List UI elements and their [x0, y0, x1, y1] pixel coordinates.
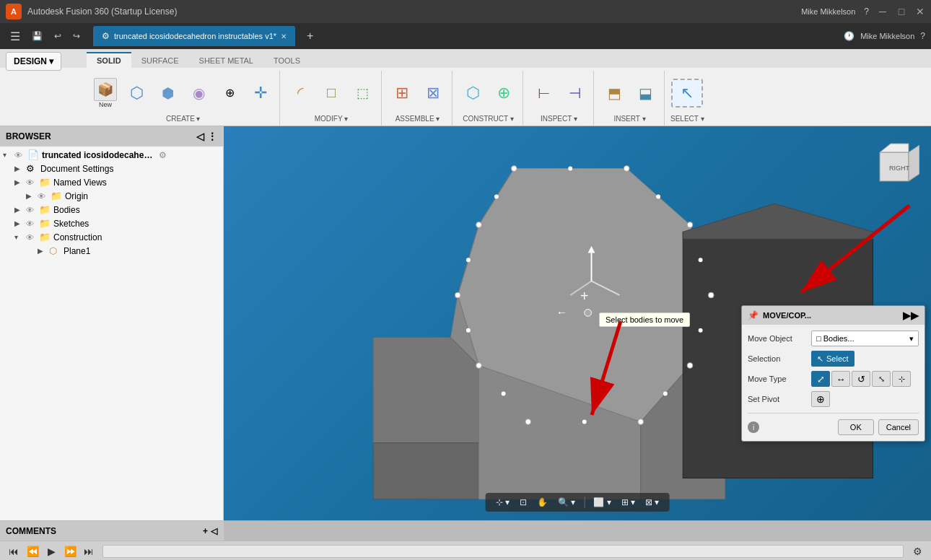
plane1-expand-icon[interactable]: ▶: [38, 247, 48, 255]
viewport-pan-btn[interactable]: ✋: [533, 496, 552, 509]
undo-btn[interactable]: ↩: [50, 28, 66, 44]
revolve-btn[interactable]: ◉: [184, 80, 213, 106]
tree-named-views[interactable]: ▶ 👁 📁 Named Views: [0, 175, 223, 189]
doc-expand-icon[interactable]: ▶: [14, 165, 25, 172]
tree-root[interactable]: ▾ 👁 📄 truncated icosidodecahedro... ⚙: [0, 148, 223, 162]
select-button[interactable]: ↖ Select: [811, 351, 854, 367]
viewport[interactable]: + ← Select bodies to move: [224, 126, 931, 520]
comments-expand-icon[interactable]: ◁: [211, 526, 217, 536]
tree-doc-settings[interactable]: ▶ ⚙ Document Settings: [0, 162, 223, 175]
viewport-zoom-btn[interactable]: 🔍 ▾: [554, 496, 580, 509]
viewport-grid2-btn[interactable]: ⊞ ▾: [617, 496, 639, 509]
help-btn[interactable]: ?: [920, 31, 925, 41]
joint2-btn[interactable]: ⊠: [419, 80, 447, 106]
move-panel-pin-icon[interactable]: 📌: [748, 310, 759, 320]
add-tab-btn[interactable]: +: [301, 27, 319, 45]
extrude-btn[interactable]: ⬢: [153, 80, 182, 106]
timeline-play-btn[interactable]: ▶: [43, 543, 59, 559]
insert-btn[interactable]: ⬒: [600, 80, 629, 106]
tab-solid[interactable]: SOLID: [87, 52, 131, 68]
create-form-btn[interactable]: ⬡: [122, 80, 151, 106]
save-btn[interactable]: 💾: [27, 28, 47, 44]
construction-visibility[interactable]: 👁: [26, 233, 38, 242]
viewport-grid-btn[interactable]: ⊹ ▾: [491, 496, 514, 509]
timeline-end-btn[interactable]: ⏭: [81, 543, 97, 559]
create-label[interactable]: CREATE ▾: [166, 113, 200, 124]
app-menu-btn[interactable]: ☰: [6, 27, 25, 46]
viewport-display-btn[interactable]: ⊡: [515, 496, 531, 509]
bodies-visibility[interactable]: 👁: [26, 206, 38, 214]
account-btn[interactable]: Mike Mikkelson: [860, 32, 914, 40]
close-btn[interactable]: ✕: [915, 6, 925, 17]
timeline-back-btn[interactable]: ⏪: [25, 543, 40, 559]
move-type-translate[interactable]: ↔: [831, 371, 850, 387]
move-panel-expand-icon[interactable]: ▶▶: [903, 310, 919, 321]
measure-btn[interactable]: ⊢: [529, 80, 558, 106]
move-type-rotate[interactable]: ↺: [852, 371, 870, 387]
move-type-scale2[interactable]: ⊹: [892, 371, 911, 387]
modify-label[interactable]: MODIFY ▾: [315, 113, 348, 124]
insert-label[interactable]: INSERT ▾: [613, 113, 645, 124]
ok-button[interactable]: OK: [838, 419, 874, 435]
tab-active[interactable]: ⚙ truncated icosidodecahedron instructab…: [93, 26, 295, 46]
root-visibility-icon[interactable]: 👁: [14, 151, 26, 159]
named-views-visibility[interactable]: 👁: [26, 178, 38, 187]
move-btn[interactable]: ✛: [246, 80, 275, 106]
info-icon[interactable]: i: [748, 421, 759, 433]
design-button[interactable]: DESIGN ▾: [6, 52, 61, 71]
construct-label[interactable]: CONSTRUCT ▾: [463, 113, 513, 124]
sketches-visibility[interactable]: 👁: [26, 219, 38, 228]
viewport-view-btn[interactable]: ⬜ ▾: [589, 496, 615, 509]
restore-btn[interactable]: □: [896, 6, 906, 17]
tab-sheet-metal[interactable]: SHEET METAL: [189, 53, 263, 68]
timeline-settings-icon[interactable]: ⚙: [909, 543, 925, 559]
select-label[interactable]: SELECT ▾: [670, 113, 704, 124]
origin-visibility[interactable]: 👁: [38, 192, 49, 201]
cancel-button[interactable]: Cancel: [878, 419, 919, 435]
joint-btn[interactable]: ⊞: [388, 80, 416, 106]
more-create-btn[interactable]: ⊕: [215, 80, 244, 106]
move-type-free[interactable]: ⤢: [811, 371, 830, 387]
axis-btn[interactable]: ⊕: [489, 80, 518, 106]
tab-tools[interactable]: TOOLS: [263, 53, 310, 68]
new-component-btn[interactable]: 📦 New: [91, 76, 120, 110]
bodies-expand-icon[interactable]: ▶: [14, 206, 25, 214]
tab-surface[interactable]: SURFACE: [131, 53, 189, 68]
move-object-dropdown[interactable]: □ Bodies... ▾: [811, 331, 919, 346]
scale-btn[interactable]: ⬚: [348, 80, 377, 106]
comments-add-icon[interactable]: +: [203, 526, 208, 536]
timeline-marker-area[interactable]: [102, 545, 904, 558]
inspect-label[interactable]: INSPECT ▾: [541, 113, 577, 124]
origin-expand-icon[interactable]: ▶: [26, 192, 36, 200]
plane-btn[interactable]: ⬡: [458, 80, 487, 106]
tab-close-icon[interactable]: ✕: [281, 32, 287, 40]
root-settings-icon[interactable]: ⚙: [159, 150, 167, 160]
fillet-btn[interactable]: ◜: [286, 80, 315, 106]
construction-expand-icon[interactable]: ▾: [14, 233, 25, 241]
sketches-expand-icon[interactable]: ▶: [14, 219, 25, 227]
tree-bodies[interactable]: ▶ 👁 📁 Bodies: [0, 203, 223, 216]
timeline-forward-btn[interactable]: ⏩: [62, 543, 78, 559]
view-cube[interactable]: RIGHT: [869, 138, 919, 188]
named-views-expand-icon[interactable]: ▶: [14, 178, 25, 186]
section-btn[interactable]: ⊣: [560, 80, 589, 106]
move-type-scale1[interactable]: ⤡: [872, 371, 891, 387]
timeline-start-btn[interactable]: ⏮: [6, 543, 22, 559]
tree-origin[interactable]: ▶ 👁 📁 Origin: [0, 189, 223, 203]
shell-btn[interactable]: □: [317, 80, 346, 106]
minimize-btn[interactable]: ─: [878, 6, 888, 17]
set-pivot-btn[interactable]: ⊕: [811, 391, 830, 407]
tree-sketches[interactable]: ▶ 👁 📁 Sketches: [0, 216, 223, 230]
select-btn[interactable]: ↖: [671, 79, 703, 108]
browser-dots-icon[interactable]: ⋮: [207, 131, 217, 142]
history-btn[interactable]: 🕐: [844, 31, 854, 41]
canvas-btn[interactable]: ⬓: [631, 80, 660, 106]
help-icon[interactable]: ?: [864, 6, 869, 17]
root-expand-icon[interactable]: ▾: [3, 151, 13, 159]
tree-plane1[interactable]: ▶ ⬡ Plane1: [0, 244, 223, 258]
assemble-label[interactable]: ASSEMBLE ▾: [395, 113, 440, 124]
browser-expand-icon[interactable]: ◁: [196, 131, 204, 142]
tree-construction[interactable]: ▾ 👁 📁 Construction: [0, 230, 223, 244]
redo-btn[interactable]: ↪: [69, 28, 84, 44]
viewport-snap-btn[interactable]: ⊠ ▾: [641, 496, 663, 509]
